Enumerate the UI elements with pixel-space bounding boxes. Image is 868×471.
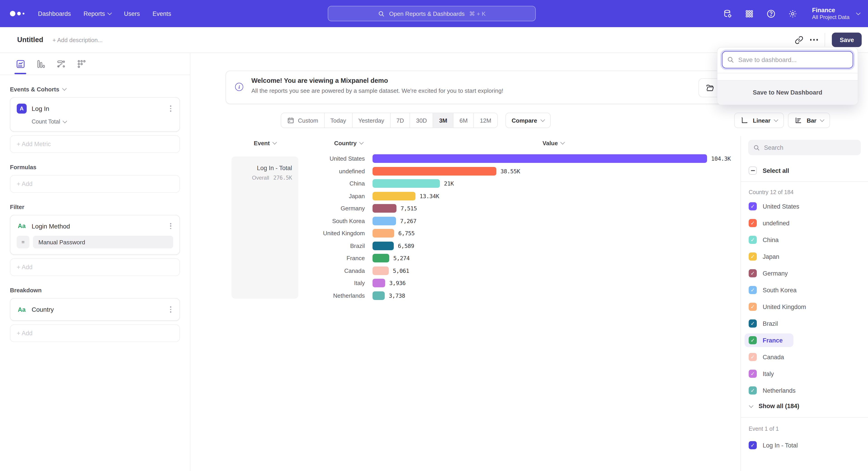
nav-item-users[interactable]: Users bbox=[124, 10, 140, 17]
chart-bar[interactable] bbox=[373, 254, 389, 263]
report-title[interactable]: Untitled bbox=[17, 36, 43, 44]
checkbox-checked[interactable]: ✓ bbox=[749, 353, 757, 361]
save-button[interactable]: Save bbox=[832, 33, 862, 47]
legend-country-label: Netherlands bbox=[763, 387, 796, 394]
add-breakdown-button[interactable]: + Add bbox=[10, 324, 180, 342]
chart-bar[interactable] bbox=[373, 217, 396, 225]
range-30d[interactable]: 30D bbox=[410, 113, 433, 127]
metric-event-name[interactable]: Log In bbox=[32, 105, 49, 112]
data-management-icon[interactable] bbox=[723, 8, 733, 19]
add-metric-button[interactable]: + Add Metric bbox=[10, 135, 180, 153]
range-12m[interactable]: 12M bbox=[473, 113, 497, 127]
save-dashboard-search[interactable] bbox=[722, 51, 853, 68]
legend-country-row[interactable]: ✓United States bbox=[745, 200, 864, 213]
project-switcher[interactable]: Finance All Project Data bbox=[812, 6, 860, 21]
legend-country-row[interactable]: ✓Netherlands bbox=[745, 384, 864, 397]
checkbox-checked[interactable]: ✓ bbox=[749, 253, 757, 261]
checkbox-checked[interactable]: ✓ bbox=[749, 286, 757, 294]
checkbox-checked[interactable]: ✓ bbox=[749, 370, 757, 378]
filter-property-name[interactable]: Login Method bbox=[32, 223, 70, 230]
add-filter-button[interactable]: + Add bbox=[10, 259, 180, 276]
legend-country-row[interactable]: ✓Germany bbox=[745, 266, 864, 280]
filter-value[interactable]: Manual Password bbox=[33, 236, 173, 248]
show-all-button[interactable]: Show all (184) bbox=[749, 403, 861, 409]
range-6m[interactable]: 6M bbox=[453, 113, 473, 127]
scale-selector-button[interactable]: Linear bbox=[735, 113, 784, 128]
save-dashboard-search-input[interactable] bbox=[738, 56, 848, 63]
mixpanel-logo-icon[interactable] bbox=[10, 11, 24, 16]
checkbox-indeterminate[interactable] bbox=[749, 167, 757, 175]
chart-bar[interactable] bbox=[373, 279, 385, 288]
nav-item-reports[interactable]: Reports bbox=[84, 10, 112, 17]
select-all-row[interactable]: Select all bbox=[749, 167, 861, 175]
report-actions: Save bbox=[795, 33, 862, 47]
range-yesterday[interactable]: Yesterday bbox=[352, 113, 390, 127]
chart-bar[interactable] bbox=[373, 179, 440, 188]
chart-bar[interactable] bbox=[373, 229, 394, 238]
range-3m[interactable]: 3M bbox=[433, 113, 453, 127]
apps-grid-icon[interactable] bbox=[744, 8, 754, 19]
compare-button[interactable]: Compare bbox=[505, 113, 551, 128]
legend-country-row[interactable]: ✓Brazil bbox=[745, 317, 864, 330]
chart-bar[interactable] bbox=[373, 154, 707, 163]
chart-bar[interactable] bbox=[373, 266, 389, 275]
settings-gear-icon[interactable] bbox=[788, 8, 798, 19]
column-header-value[interactable]: Value bbox=[373, 140, 734, 147]
legend-country-row[interactable]: ✓Canada bbox=[745, 350, 864, 364]
kebab-menu-icon[interactable] bbox=[168, 221, 173, 231]
legend-search-input[interactable]: Search bbox=[748, 140, 861, 155]
range-7d[interactable]: 7D bbox=[390, 113, 410, 127]
legend-country-row[interactable]: ✓France bbox=[745, 333, 794, 347]
event-series-cell[interactable]: Log In - Total Overall 276.5K bbox=[231, 156, 298, 299]
filter-operator[interactable]: = bbox=[17, 236, 29, 248]
checkbox-checked[interactable]: ✓ bbox=[749, 236, 757, 244]
filter-card[interactable]: Aa Login Method = Manual Password bbox=[10, 215, 180, 255]
nav-item-events[interactable]: Events bbox=[153, 10, 171, 17]
chevron-down-icon bbox=[540, 117, 545, 122]
add-formula-button[interactable]: + Add bbox=[10, 175, 180, 193]
metric-card[interactable]: A Log In Count Total bbox=[10, 97, 180, 132]
help-icon[interactable] bbox=[766, 8, 776, 19]
range-custom[interactable]: Custom bbox=[281, 113, 324, 127]
tab-retention[interactable] bbox=[74, 56, 89, 71]
chart-bar[interactable] bbox=[373, 291, 385, 300]
copy-link-icon[interactable] bbox=[795, 35, 803, 44]
legend-event-row[interactable]: ✓ Log In - Total bbox=[745, 438, 864, 452]
checkbox-checked[interactable]: ✓ bbox=[749, 441, 757, 449]
global-search-input[interactable]: Open Reports & Dashboards ⌘ + K bbox=[328, 6, 536, 21]
tab-insights[interactable] bbox=[13, 56, 28, 71]
tab-funnels[interactable] bbox=[33, 56, 49, 71]
kebab-menu-icon[interactable] bbox=[168, 104, 173, 114]
range-today[interactable]: Today bbox=[324, 113, 352, 127]
legend-country-row[interactable]: ✓Italy bbox=[745, 367, 864, 381]
more-options-icon[interactable] bbox=[810, 39, 818, 41]
aggregation-selector[interactable]: Count Total bbox=[32, 119, 173, 125]
checkbox-checked[interactable]: ✓ bbox=[749, 336, 757, 344]
checkbox-checked[interactable]: ✓ bbox=[749, 303, 757, 311]
legend-country-label: China bbox=[763, 236, 779, 243]
checkbox-checked[interactable]: ✓ bbox=[749, 202, 757, 210]
checkbox-checked[interactable]: ✓ bbox=[749, 319, 757, 328]
checkbox-checked[interactable]: ✓ bbox=[749, 386, 757, 394]
chart-bar[interactable] bbox=[373, 192, 415, 200]
chart-type-selector-button[interactable]: Bar bbox=[788, 113, 830, 128]
legend-country-row[interactable]: ✓undefined bbox=[745, 216, 864, 230]
legend-country-row[interactable]: ✓South Korea bbox=[745, 283, 864, 297]
legend-country-row[interactable]: ✓Japan bbox=[745, 250, 864, 263]
legend-country-row[interactable]: ✓United Kingdom bbox=[745, 300, 864, 314]
breakdown-property-name[interactable]: Country bbox=[32, 306, 54, 313]
events-cohorts-header[interactable]: Events & Cohorts bbox=[10, 86, 180, 93]
kebab-menu-icon[interactable] bbox=[168, 305, 173, 315]
save-to-new-dashboard-button[interactable]: Save to New Dashboard bbox=[717, 80, 858, 105]
checkbox-checked[interactable]: ✓ bbox=[749, 269, 757, 277]
add-description-button[interactable]: + Add description... bbox=[53, 37, 103, 43]
column-header-event[interactable]: Event bbox=[231, 140, 298, 147]
breakdown-card[interactable]: Aa Country bbox=[10, 298, 180, 321]
chart-bar[interactable] bbox=[373, 242, 394, 250]
chart-bar[interactable] bbox=[373, 204, 397, 213]
checkbox-checked[interactable]: ✓ bbox=[749, 219, 757, 227]
nav-item-dashboards[interactable]: Dashboards bbox=[38, 10, 71, 17]
chart-bar[interactable] bbox=[373, 167, 496, 176]
legend-country-row[interactable]: ✓China bbox=[745, 233, 864, 246]
tab-flows[interactable] bbox=[53, 56, 69, 71]
